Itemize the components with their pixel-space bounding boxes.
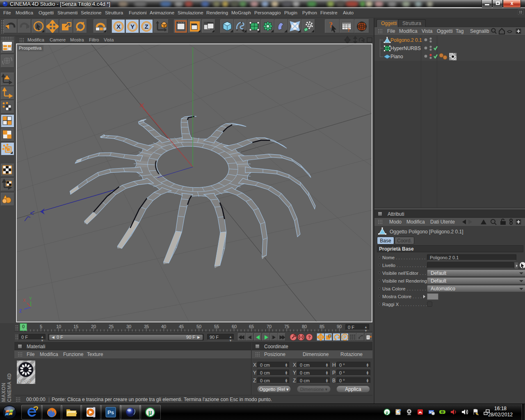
svg-text:Z: Z [144,23,148,30]
svg-text:?: ? [347,27,350,33]
svg-text:µ: µ [148,409,152,416]
svg-text:µ: µ [386,410,388,415]
svg-text:X: X [23,298,26,303]
svg-text:Y: Y [29,297,32,301]
svg-text:X: X [116,23,121,30]
svg-text:P: P [344,335,347,340]
svg-text:?: ? [308,335,311,340]
svg-text:!: ! [477,412,478,415]
svg-text:Y: Y [130,23,135,30]
svg-text:Z: Z [19,309,22,313]
svg-text:Ps: Ps [107,409,114,415]
